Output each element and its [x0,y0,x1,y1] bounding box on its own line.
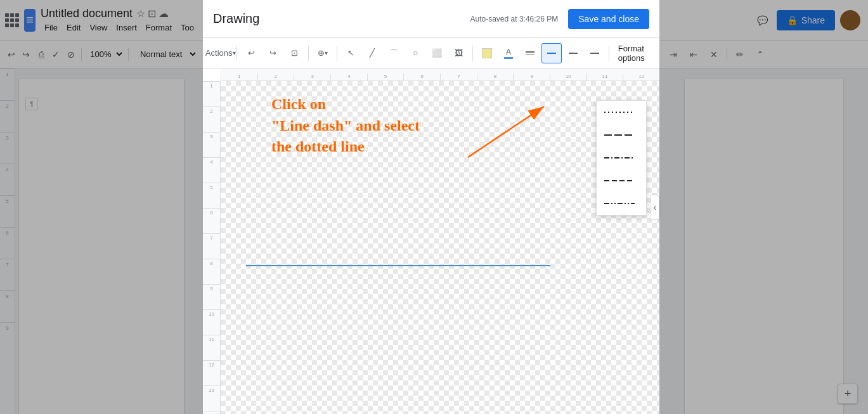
canvas-ruler-v-4: 4 [203,157,220,183]
svg-line-1 [468,107,544,157]
annotation-line2: "Line dash" and select [271,115,420,137]
ruler-4: 4 [330,74,367,81]
canvas-ruler-top: 1 2 3 4 5 6 7 8 9 10 11 12 [221,68,659,81]
long-dashed-preview [604,134,635,136]
drawing-dialog: Drawing Auto-saved at 3:46:26 PM Save an… [203,0,659,414]
drawing-header: Drawing Auto-saved at 3:46:26 PM Save an… [203,0,659,38]
drawing-toolbar: Actions ▾ ↩ ↪ ⊡ ⊕ ▾ ↖ ╱ ⌒ ○ ⬜ 🖼 A [203,38,659,68]
dtb-sep3 [337,46,337,61]
curve-tool-btn[interactable]: ⌒ [384,43,404,63]
annotation-arrow [462,100,563,164]
ruler-8: 8 [477,74,514,81]
cursor-tool-btn[interactable]: ↖ [340,43,361,63]
line-dash-dropdown[interactable] [596,100,647,216]
dtb-sep4 [472,46,473,61]
ruler-2: 2 [257,74,294,81]
canvas-ruler-v-5: 5 [203,183,220,208]
dash-dot-preview [604,157,635,159]
actions-label: Actions [205,48,233,58]
canvas-ruler-v-9: 9 [203,284,220,309]
canvas-ruler-v-13: 13 [203,385,220,411]
zoom-drawing-btn[interactable]: ⊕ ▾ [313,43,333,63]
canvas-blue-line [246,265,550,266]
drawing-canvas[interactable]: Click on "Line dash" and select the dott… [221,81,659,414]
dotted-preview [604,111,635,113]
canvas-ruler-v-12: 12 [203,360,220,385]
drawing-title: Drawing [213,11,470,26]
dash-option-dotted[interactable] [597,101,646,124]
canvas-ruler-v-6: 6 [203,208,220,233]
border-dash-btn[interactable] [541,43,562,63]
line-end-btn[interactable] [585,43,605,63]
image-tool-btn[interactable]: 🖼 [448,43,469,63]
dash-option-long-dashed[interactable] [597,124,646,146]
ruler-5: 5 [367,74,404,81]
dtb-sep2 [308,46,309,61]
redo-drawing-btn[interactable]: ↪ [262,43,283,63]
chevron-left-icon: ‹ [654,202,657,212]
ruler-1: 1 [221,74,257,81]
canvas-ruler-left: 1 2 3 4 5 6 7 8 9 10 11 12 13 14 [203,81,221,414]
border-weight-btn[interactable] [520,43,540,63]
paint-format-btn[interactable]: ⊡ [284,43,304,63]
fill-color-btn[interactable] [477,43,497,63]
ruler-6: 6 [403,74,440,81]
dtb-sep1 [236,46,237,61]
canvas-ruler-v-8: 8 [203,259,220,284]
undo-drawing-btn[interactable]: ↩ [241,43,261,63]
ruler-9: 9 [513,74,550,81]
annotation-line1: Click on [271,94,420,115]
border-color-btn[interactable]: A [498,43,519,63]
ruler-7: 7 [440,74,477,81]
format-options-label[interactable]: Format options [618,44,654,63]
drawing-canvas-wrapper[interactable]: 1 2 3 4 5 6 7 8 9 10 11 12 1 2 3 4 5 6 7 [203,68,659,414]
canvas-ruler-v-2: 2 [203,107,220,132]
ruler-10: 10 [550,74,586,81]
dashed-preview [604,179,635,182]
dtb-sep5 [609,46,609,61]
canvas-annotation: Click on "Line dash" and select the dott… [271,94,420,158]
ruler-11: 11 [586,74,623,81]
ruler-marks-top: 1 2 3 4 5 6 7 8 9 10 11 12 [221,74,659,81]
canvas-ruler-v-14: 14 [203,411,220,414]
shape-tool-btn[interactable]: ○ [405,43,425,63]
save-close-button[interactable]: Save and close [568,9,649,29]
textbox-tool-btn[interactable]: ⬜ [427,43,447,63]
canvas-ruler-v-7: 7 [203,233,220,259]
canvas-ruler-v-10: 10 [203,309,220,335]
dash-option-dash-dot[interactable] [597,146,646,169]
actions-dropdown[interactable]: Actions ▾ [208,43,233,63]
actions-chevron: ▾ [233,49,236,56]
canvas-ruler-v-1: 1 [203,81,220,107]
collapse-handle[interactable]: ‹ [651,195,659,220]
dash-dot-dot-preview [604,202,635,205]
line-start-btn[interactable] [563,43,583,63]
zoom-icon: ⊕ [318,48,325,58]
zoom-chevron: ▾ [325,49,328,56]
annotation-line3: the dotted line [271,136,420,158]
canvas-ruler-v-11: 11 [203,335,220,360]
dash-option-dashed[interactable] [597,169,646,192]
autosave-text: Auto-saved at 3:46:26 PM [470,15,559,23]
dash-option-dash-dot-dot[interactable] [597,192,646,215]
line-tool-btn[interactable]: ╱ [362,43,382,63]
ruler-12: 12 [623,74,659,81]
ruler-3: 3 [294,74,330,81]
canvas-ruler-v-3: 3 [203,132,220,157]
